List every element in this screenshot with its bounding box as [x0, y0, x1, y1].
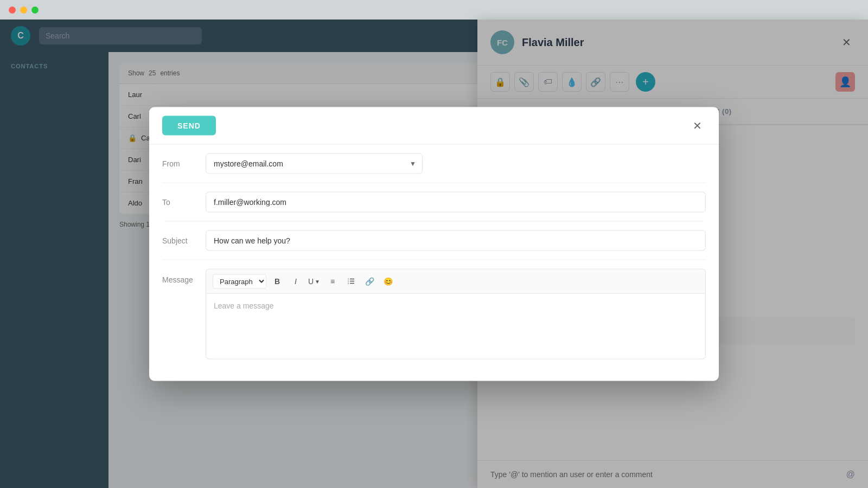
- emoji-button[interactable]: 😊: [380, 274, 395, 289]
- underline-button[interactable]: U ▼: [307, 274, 322, 289]
- numbered-list-icon: 1 2 3: [347, 278, 355, 285]
- svg-text:3: 3: [348, 282, 349, 285]
- message-body[interactable]: Leave a message: [206, 294, 705, 359]
- to-input[interactable]: [206, 192, 706, 213]
- bold-button[interactable]: B: [270, 274, 285, 289]
- underline-label: U: [308, 277, 314, 286]
- send-button[interactable]: SEND: [162, 116, 216, 136]
- modal-close-button[interactable]: ✕: [688, 117, 706, 134]
- from-select[interactable]: mystore@email.com: [206, 153, 423, 174]
- italic-button[interactable]: I: [288, 274, 303, 289]
- message-placeholder: Leave a message: [214, 301, 274, 310]
- message-row: Message Paragraph B I U ▼ ≡: [162, 260, 706, 368]
- message-toolbar: Paragraph B I U ▼ ≡: [206, 269, 705, 294]
- message-area: Paragraph B I U ▼ ≡: [206, 269, 706, 359]
- to-row: To: [162, 183, 706, 222]
- underline-arrow: ▼: [315, 278, 320, 284]
- modal-header: SEND ✕: [149, 107, 719, 145]
- bullet-list-button[interactable]: ≡: [325, 274, 340, 289]
- title-bar: [0, 0, 868, 20]
- link-button[interactable]: 🔗: [362, 274, 377, 289]
- subject-row: Subject: [162, 222, 706, 260]
- paragraph-select[interactable]: Paragraph: [213, 274, 266, 288]
- subject-input[interactable]: [206, 230, 706, 251]
- from-row: From mystore@email.com ▼: [162, 145, 706, 183]
- message-label: Message: [162, 269, 206, 284]
- subject-label: Subject: [162, 236, 206, 245]
- from-label: From: [162, 159, 206, 168]
- modal-form: From mystore@email.com ▼ To Subject Mess…: [149, 145, 719, 381]
- from-select-wrapper: mystore@email.com ▼: [206, 153, 423, 174]
- close-dot[interactable]: [9, 7, 16, 14]
- fullscreen-dot[interactable]: [31, 7, 39, 14]
- email-modal: SEND ✕ From mystore@email.com ▼ To Subje…: [149, 107, 719, 381]
- to-label: To: [162, 198, 206, 207]
- minimize-dot[interactable]: [20, 7, 27, 14]
- numbered-list-button[interactable]: 1 2 3: [343, 274, 359, 289]
